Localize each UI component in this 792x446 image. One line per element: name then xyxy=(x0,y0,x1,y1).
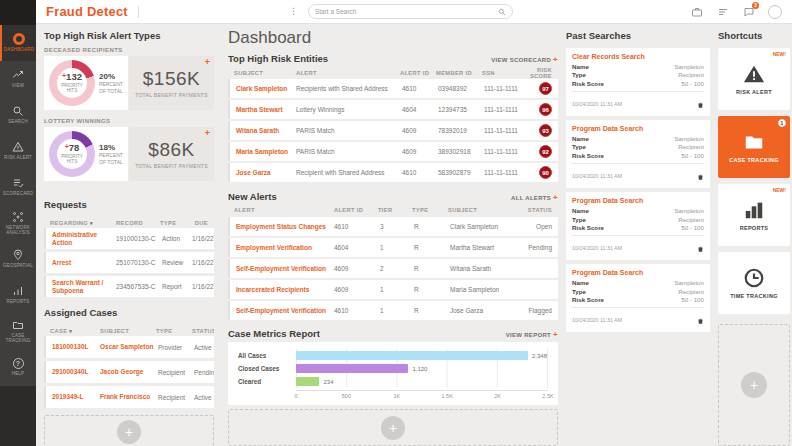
view-scorecard-button[interactable]: VIEW SCORECARD + xyxy=(491,55,558,64)
add-shortcut-button[interactable]: + xyxy=(741,372,767,398)
table-row[interactable]: Martha Stewart Lottery Winnings 4604 123… xyxy=(228,100,558,119)
alert-link[interactable]: Self-Employment Verification xyxy=(236,307,334,314)
request-link[interactable]: Search Warrant / Subpoena xyxy=(52,279,116,294)
trash-icon[interactable] xyxy=(697,311,704,329)
sidebar-item-network-analysis[interactable]: NETWORK ANALYSIS xyxy=(0,205,36,241)
entities-section-header: Top High Risk Entities VIEW SCORECARD + xyxy=(228,53,558,64)
field-label: Type xyxy=(572,71,586,79)
alert-link[interactable]: Incarcerated Recipients xyxy=(236,286,334,293)
search-card-title[interactable]: Clear Records Search xyxy=(572,53,704,60)
table-row[interactable]: Arrest 251070130-C Review 1/16/22 xyxy=(44,252,214,273)
folder-icon xyxy=(743,131,765,153)
alert-link[interactable]: Self-Employment Verification xyxy=(236,265,334,272)
subject-link[interactable]: Clark Sampleton xyxy=(236,85,296,92)
all-alerts-button[interactable]: ALL ALERTS + xyxy=(511,193,558,202)
table-row[interactable]: Incarcerated Recipients 4609 1 R Maria S… xyxy=(228,280,558,299)
shortcut-case-tracking[interactable]: 1 CASE TRACKING xyxy=(718,116,790,178)
table-row[interactable]: Administrative Action 191000130-C Action… xyxy=(44,228,214,249)
add-widget-button[interactable]: + xyxy=(117,420,141,444)
subject-link[interactable]: Maria Sampleton xyxy=(236,148,296,155)
bar-label: Closed Cases xyxy=(238,365,296,372)
alert-link[interactable]: Employment Status Changes xyxy=(236,223,334,230)
table-row[interactable]: Employment Verification 4604 1 R Martha … xyxy=(228,238,558,257)
risk-alert-icon xyxy=(12,141,24,153)
trash-icon[interactable] xyxy=(697,167,704,185)
table-row[interactable]: 291000340L Jacob George Recipient Pendin… xyxy=(44,361,214,383)
request-link[interactable]: Arrest xyxy=(52,259,116,266)
sidebar-item-view[interactable]: VIEW xyxy=(0,61,36,97)
case-link[interactable]: 2019349-L xyxy=(52,393,100,400)
search-input[interactable] xyxy=(315,8,498,15)
cell-alert-id: 4609 xyxy=(402,148,438,155)
status-badge: Active xyxy=(194,344,212,351)
field-label: Name xyxy=(572,63,589,71)
search-card[interactable]: Program Data Search NameSampleton TypeRe… xyxy=(566,120,710,188)
table-row[interactable]: Witana Sarath PARIS Match 4609 78392019 … xyxy=(228,121,558,140)
benefit-caption: TOTAL BENEFIT PAYMENTS xyxy=(135,163,208,169)
search-card-title[interactable]: Program Data Search xyxy=(572,269,704,276)
field-value: 50 - 100 xyxy=(681,152,704,160)
avatar[interactable] xyxy=(768,5,782,19)
briefcase-icon[interactable] xyxy=(690,5,704,19)
shortcut-risk-alert[interactable]: NEW! RISK ALERT xyxy=(718,48,790,110)
search-card[interactable]: Clear Records Search NameSampleton TypeR… xyxy=(566,48,710,116)
subject-link[interactable]: Martha Stewart xyxy=(236,106,296,113)
sidebar-item-search[interactable]: SEARCH xyxy=(0,97,36,133)
cell-subject: Witana Sarath xyxy=(450,265,522,272)
subject-link[interactable]: Jose Garza xyxy=(236,169,296,176)
table-row[interactable]: Employment Status Changes 4610 3 R Clark… xyxy=(228,217,558,236)
reports-icon xyxy=(12,285,24,297)
subject-link[interactable]: Witana Sarath xyxy=(236,127,296,134)
table-row[interactable]: Jose Garza Recipient with Shared Address… xyxy=(228,163,558,182)
add-icon[interactable]: + xyxy=(205,58,210,67)
add-icon[interactable]: + xyxy=(205,129,210,138)
subject-link[interactable]: Oscar Sampleton xyxy=(100,343,158,350)
table-row[interactable]: 2019349-L Frank Francisco Recipient Acti… xyxy=(44,386,214,408)
trash-icon[interactable] xyxy=(697,95,704,113)
search-card-title[interactable]: Program Data Search xyxy=(572,125,704,132)
table-row[interactable]: Maria Sampleton PARIS Match 4609 3893029… xyxy=(228,142,558,161)
status-badge: Pending xyxy=(194,369,214,376)
table-row[interactable]: Self-Employment Verification 4609 2 R Wi… xyxy=(228,259,558,278)
priority-hits-caption: PRIORITY HITS xyxy=(61,154,83,165)
tick-label: 2K xyxy=(494,393,501,399)
card-footer: 10/24/2020 11:31 AM xyxy=(572,163,704,185)
shortcut-time-tracking[interactable]: TIME TRACKING xyxy=(718,252,790,314)
col-case[interactable]: CASE ▾ xyxy=(50,328,100,334)
sidebar-item-scorecard[interactable]: SCORECARD xyxy=(0,169,36,205)
search-card[interactable]: Program Data Search NameSampleton TypeRe… xyxy=(566,192,710,260)
topbar-icons: 3 xyxy=(690,5,782,19)
timestamp: 10/24/2020 11:31 AM xyxy=(572,245,622,251)
subject-link[interactable]: Jacob George xyxy=(100,368,158,375)
sidebar-item-geospatial[interactable]: GEOSPATIAL xyxy=(0,241,36,277)
sidebar-item-reports[interactable]: REPORTS xyxy=(0,277,36,313)
sidebar-item-case-tracking[interactable]: CASE TRACKING xyxy=(0,313,36,349)
search-icon[interactable] xyxy=(498,8,506,16)
table-row[interactable]: Clark Sampleton Recipients with Shared A… xyxy=(228,79,558,98)
col-regarding[interactable]: REGARDING ▾ xyxy=(50,220,116,226)
kebab-menu-icon[interactable]: ⋮ xyxy=(289,7,298,16)
sidebar-item-help[interactable]: ? HELP xyxy=(0,349,36,385)
subject-link[interactable]: Frank Francisco xyxy=(100,393,158,400)
search-card[interactable]: Program Data Search NameSampleton TypeRe… xyxy=(566,264,710,332)
case-link[interactable]: 291000340L xyxy=(52,368,100,375)
case-link[interactable]: 181000130L xyxy=(52,343,100,350)
cell-alert-id: 4604 xyxy=(402,106,438,113)
cell-alert-id: 4610 xyxy=(334,307,380,314)
table-row[interactable]: Search Warrant / Subpoena 234567535-C Re… xyxy=(44,276,214,297)
table-row[interactable]: 181000130L Oscar Sampleton Provider Acti… xyxy=(44,336,214,358)
add-widget-button[interactable]: + xyxy=(381,416,405,440)
alert-link[interactable]: Employment Verification xyxy=(236,244,334,251)
menu-lines-icon[interactable] xyxy=(716,5,730,19)
search-card-title[interactable]: Program Data Search xyxy=(572,197,704,204)
metrics-section-header: Case Metrics Report VIEW REPORT + xyxy=(228,328,558,339)
sidebar-item-risk-alert[interactable]: RISK ALERT xyxy=(0,133,36,169)
trash-icon[interactable] xyxy=(697,239,704,257)
sidebar-item-dashboard[interactable]: DASHBOARD xyxy=(0,25,36,61)
table-row[interactable]: Self-Employment Verification 4610 1 R Jo… xyxy=(228,301,558,320)
shortcut-reports[interactable]: NEW! REPORTS xyxy=(718,184,790,246)
cell-tier: 1 xyxy=(380,244,414,251)
request-link[interactable]: Administrative Action xyxy=(52,231,116,246)
chat-icon[interactable]: 3 xyxy=(742,5,756,19)
view-report-button[interactable]: VIEW REPORT + xyxy=(506,330,558,339)
